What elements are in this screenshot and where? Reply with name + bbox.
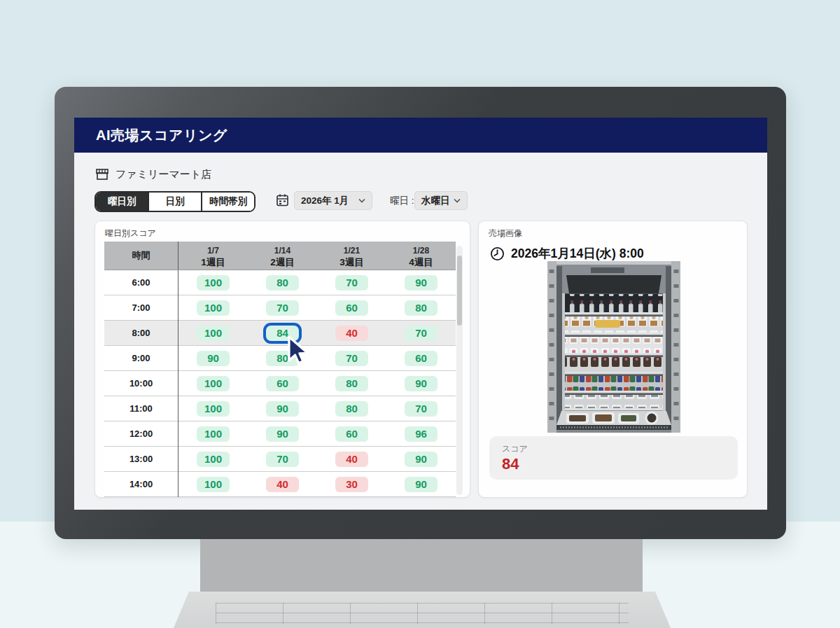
score-cell[interactable]: 90 [386,371,456,396]
score-cell[interactable]: 90 [248,421,317,447]
table-scrollbar[interactable] [456,246,463,495]
score-badge[interactable]: 70 [335,275,368,291]
score-cell[interactable]: 70 [317,270,386,295]
table-row: 9:0090807060 [104,346,456,371]
weekday-select[interactable]: 水曜日 [414,191,468,210]
score-cell[interactable]: 70 [386,396,456,421]
score-cell[interactable]: 84 [248,321,317,346]
score-badge[interactable]: 100 [197,326,230,341]
score-cell[interactable]: 100 [178,371,248,396]
tab-by-timeband[interactable]: 時間帯別 [202,193,254,211]
score-cell[interactable]: 90 [386,447,456,472]
score-cell[interactable]: 40 [317,321,386,346]
score-badge[interactable]: 90 [405,275,438,291]
score-cell[interactable]: 80 [317,396,386,421]
weekday-filter-label: 曜日 : [390,191,414,210]
time-cell: 6:00 [104,270,178,295]
score-cell[interactable]: 100 [178,295,248,321]
time-cell: 10:00 [104,371,178,396]
score-cell[interactable]: 40 [248,472,317,497]
score-badge[interactable]: 96 [405,426,438,442]
capture-datetime: 2026年1月14日(水) 8:00 [511,245,644,262]
score-badge[interactable]: 80 [266,351,299,366]
score-badge[interactable]: 100 [197,426,230,442]
score-cell[interactable]: 100 [178,396,248,421]
score-table-panel: 曜日別スコア 時間 1/71週目1/142週目1/213週目1/284週目 6:… [94,221,470,498]
time-cell: 8:00 [104,321,178,346]
score-badge[interactable]: 40 [335,452,368,467]
score-badge[interactable]: 60 [335,426,368,442]
time-cell: 12:00 [104,421,178,447]
score-badge[interactable]: 40 [266,477,299,492]
score-cell[interactable]: 90 [248,396,317,421]
score-badge[interactable]: 84 [266,326,299,341]
score-cell[interactable]: 70 [248,447,317,472]
score-badge[interactable]: 60 [405,351,438,366]
score-cell[interactable]: 40 [317,447,386,472]
score-badge[interactable]: 30 [335,477,368,492]
score-cell[interactable]: 70 [317,346,386,371]
score-cell[interactable]: 60 [248,371,317,396]
score-badge[interactable]: 100 [197,376,230,391]
score-cell[interactable]: 60 [317,295,386,321]
score-cell[interactable]: 90 [386,270,456,295]
tab-by-weekday[interactable]: 曜日別 [96,193,149,211]
score-cell[interactable]: 30 [317,472,386,497]
score-badge[interactable]: 80 [335,376,368,391]
score-badge[interactable]: 90 [405,452,438,467]
time-cell: 11:00 [104,396,178,421]
score-badge[interactable]: 100 [197,401,230,417]
table-row: 7:00100706080 [104,295,456,321]
score-cell[interactable]: 80 [317,371,386,396]
score-badge[interactable]: 100 [197,300,230,316]
score-cell[interactable]: 90 [178,346,248,371]
score-badge[interactable]: 70 [266,300,299,316]
score-badge[interactable]: 70 [335,351,368,366]
table-scrollbar-thumb[interactable] [457,256,462,326]
score-table-wrap: 時間 1/71週目1/142週目1/213週目1/284週目 6:0010080… [104,242,463,498]
table-header-row: 時間 1/71週目1/142週目1/213週目1/284週目 [104,242,456,270]
score-badge[interactable]: 60 [266,376,299,391]
score-badge[interactable]: 90 [266,426,299,442]
score-badge[interactable]: 70 [405,401,438,417]
score-cell[interactable]: 100 [178,472,248,497]
score-badge[interactable]: 90 [405,477,438,492]
app-header-bar: AI売場スコアリング [74,118,767,153]
score-cell[interactable]: 70 [248,295,317,321]
score-badge[interactable]: 90 [266,401,299,417]
score-badge[interactable]: 90 [197,351,230,366]
score-badge[interactable]: 80 [405,300,438,316]
score-badge[interactable]: 90 [405,376,438,391]
score-cell[interactable]: 80 [248,270,317,295]
score-badge[interactable]: 70 [266,452,299,467]
score-cell[interactable]: 96 [386,421,456,447]
score-cell[interactable]: 60 [317,421,386,447]
score-cell[interactable]: 100 [178,270,248,295]
score-cell[interactable]: 80 [386,295,456,321]
score-cell[interactable]: 100 [178,447,248,472]
shelf-image-title: 売場画像 [489,228,522,239]
time-cell: 13:00 [104,447,178,472]
table-row: 10:00100608090 [104,371,456,396]
app-screen: AI売場スコアリング ファミリーマート店 曜日別 日別 [74,118,767,510]
score-badge[interactable]: 70 [405,326,438,341]
score-cell[interactable]: 100 [178,421,248,447]
score-cell[interactable]: 100 [178,321,248,346]
score-badge[interactable]: 100 [197,275,230,291]
table-row: 6:00100807090 [104,270,456,295]
score-badge[interactable]: 100 [197,477,230,492]
score-badge[interactable]: 80 [266,275,299,291]
score-badge[interactable]: 40 [335,326,368,341]
weekday-select-value: 水曜日 [421,195,450,207]
score-badge[interactable]: 80 [335,401,368,417]
view-tab-group: 曜日別 日別 時間帯別 [94,191,255,212]
month-select[interactable]: 2026年 1月 [294,191,372,210]
score-cell[interactable]: 90 [386,472,456,497]
score-badge[interactable]: 60 [335,300,368,316]
score-cell[interactable]: 80 [248,346,317,371]
score-badge[interactable]: 100 [197,452,230,467]
score-cell[interactable]: 70 [386,321,456,346]
week-column-header: 1/213週目 [317,242,386,270]
tab-by-day[interactable]: 日別 [149,193,202,211]
score-cell[interactable]: 60 [386,346,456,371]
